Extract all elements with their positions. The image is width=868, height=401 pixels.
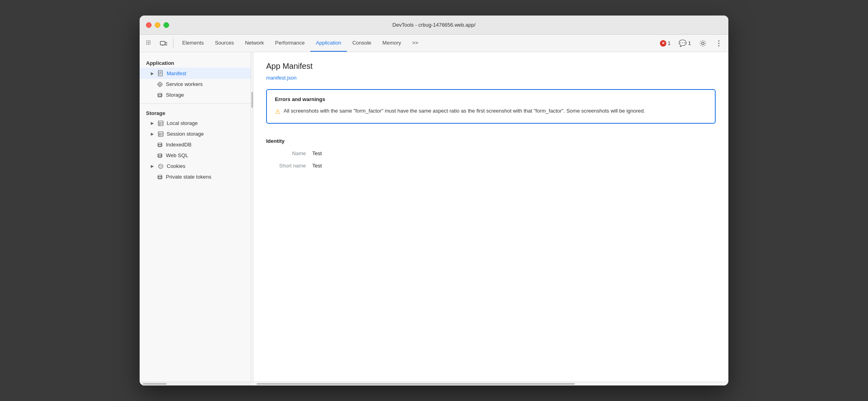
svg-point-44 [160, 167, 161, 167]
tab-performance[interactable]: Performance [270, 35, 310, 52]
identity-row-name: Name Test [266, 150, 716, 156]
svg-rect-5 [150, 42, 150, 43]
console-badge-button[interactable]: 💬 1 [676, 38, 693, 49]
main-content: Application ▶ Manifest [140, 52, 728, 382]
errors-title: Errors and warnings [275, 96, 707, 102]
sidebar-label-storage: Storage [166, 92, 184, 98]
sidebar-item-web-sql[interactable]: Web SQL [140, 150, 251, 161]
tab-elements[interactable]: Elements [177, 35, 209, 52]
cookies-icon [158, 164, 163, 169]
error-count: 1 [668, 40, 671, 46]
identity-title: Identity [266, 138, 716, 144]
svg-point-22 [159, 84, 161, 85]
error-item: ⚠ All screenshots with the same "form_fa… [275, 107, 707, 117]
tab-console[interactable]: Console [347, 35, 377, 52]
error-badge-button[interactable]: ✕ 1 [658, 39, 673, 48]
sidebar-item-local-storage[interactable]: ▶ Local storage [140, 118, 251, 128]
tab-application[interactable]: Application [310, 35, 347, 52]
svg-point-40 [158, 155, 162, 157]
separator [173, 39, 173, 48]
sidebar-item-cookies[interactable]: ▶ Cookies [140, 161, 251, 171]
svg-point-15 [718, 43, 720, 44]
identity-label-name: Name [266, 150, 306, 156]
maximize-button[interactable] [163, 22, 169, 28]
minimize-button[interactable] [155, 22, 160, 28]
footer-sidebar-scroll[interactable] [140, 382, 251, 385]
close-button[interactable] [146, 22, 152, 28]
sidebar-item-storage[interactable]: Storage [140, 90, 251, 100]
svg-point-41 [159, 164, 163, 168]
error-icon: ✕ [660, 40, 666, 47]
svg-point-16 [718, 45, 720, 46]
identity-section: Identity Name Test Short name Test [266, 132, 716, 181]
titlebar: DevTools - crbug-1476656.web.app/ [140, 16, 728, 35]
sidebar-divider [140, 103, 251, 104]
sidebar-label-manifest: Manifest [167, 70, 186, 76]
window-title: DevTools - crbug-1476656.web.app/ [393, 22, 476, 28]
page-title: App Manifest [266, 62, 716, 71]
sidebar-label-local-storage: Local storage [167, 120, 198, 126]
responsive-icon[interactable] [157, 37, 170, 50]
toolbar-tabs: Elements Sources Network Performance App… [177, 35, 656, 52]
footer-content-scroll[interactable] [253, 382, 728, 385]
footer-bar [140, 382, 728, 385]
console-count: 1 [688, 40, 691, 46]
cursor-icon[interactable] [143, 37, 156, 50]
svg-point-39 [158, 154, 162, 155]
svg-point-28 [158, 95, 162, 96]
sidebar-label-web-sql: Web SQL [166, 152, 188, 158]
svg-rect-6 [146, 44, 147, 45]
sidebar-scroll-thumb[interactable] [143, 383, 167, 385]
sidebar-label-cookies: Cookies [167, 163, 185, 169]
sidebar-item-service-workers[interactable]: Service workers [140, 79, 251, 90]
toolbar: Elements Sources Network Performance App… [140, 35, 728, 52]
svg-point-37 [158, 143, 162, 144]
traffic-lights [146, 22, 169, 28]
svg-point-45 [161, 165, 162, 166]
settings-icon[interactable] [697, 37, 709, 50]
sidebar-item-private-state-tokens[interactable]: Private state tokens [140, 171, 251, 182]
identity-label-short-name: Short name [266, 163, 306, 169]
svg-rect-33 [158, 132, 163, 136]
manifest-icon [158, 70, 163, 76]
content-scroll-thumb[interactable] [257, 383, 575, 385]
sidebar-item-session-storage[interactable]: ▶ Session storage [140, 128, 251, 139]
more-icon[interactable] [712, 37, 725, 50]
sidebar-item-manifest[interactable]: ▶ Manifest [140, 68, 251, 79]
content-area: App Manifest manifest.json Errors and wa… [253, 52, 728, 382]
cookies-arrow: ▶ [151, 164, 154, 168]
local-storage-arrow: ▶ [151, 121, 154, 125]
arrow-icon: ▶ [151, 71, 154, 76]
tab-network[interactable]: Network [239, 35, 270, 52]
session-storage-arrow: ▶ [151, 132, 154, 136]
sidebar-label-private-state-tokens: Private state tokens [166, 174, 211, 180]
session-storage-icon [158, 131, 163, 137]
svg-rect-10 [165, 43, 167, 45]
sidebar-scrollbar-thumb[interactable] [251, 92, 253, 108]
svg-point-47 [158, 177, 162, 178]
storage-icon [157, 92, 163, 98]
svg-point-43 [161, 166, 162, 167]
svg-rect-7 [148, 44, 149, 45]
svg-point-46 [158, 175, 162, 177]
service-workers-icon [157, 82, 163, 87]
tab-overflow[interactable]: >> [407, 35, 424, 52]
svg-rect-1 [148, 41, 149, 41]
tab-memory[interactable]: Memory [377, 35, 407, 52]
devtools-window: DevTools - crbug-1476656.web.app/ [140, 16, 728, 385]
manifest-link[interactable]: manifest.json [266, 75, 297, 81]
sidebar-scrollbar[interactable] [251, 52, 253, 382]
sidebar-section-storage: Storage [140, 107, 251, 118]
svg-point-14 [718, 40, 720, 41]
console-icon: 💬 [679, 39, 687, 47]
svg-rect-29 [158, 121, 163, 126]
svg-rect-3 [146, 42, 147, 43]
sidebar-label-indexeddb: IndexedDB [166, 142, 191, 148]
sidebar-label-session-storage: Session storage [167, 131, 204, 137]
sidebar-item-indexeddb[interactable]: IndexedDB [140, 139, 251, 150]
svg-point-13 [702, 42, 704, 45]
tab-sources[interactable]: Sources [209, 35, 239, 52]
svg-point-27 [158, 93, 162, 95]
identity-value-name: Test [312, 150, 322, 156]
identity-value-short-name: Test [312, 163, 322, 169]
